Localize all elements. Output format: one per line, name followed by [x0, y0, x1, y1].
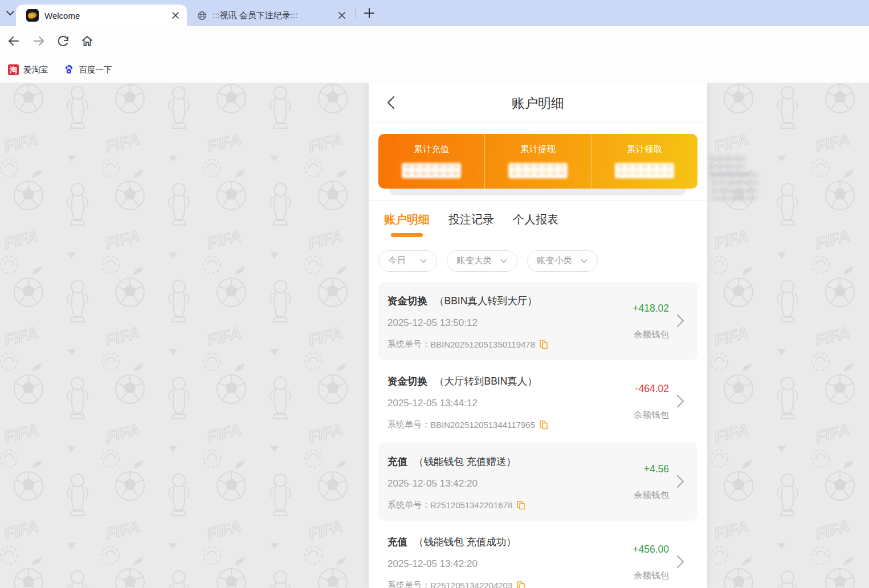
- total-claimed: 累计领取: [591, 134, 697, 189]
- tab-title: Welcome: [44, 11, 171, 21]
- total-label: 累计充值: [414, 144, 449, 156]
- bookmark-taobao[interactable]: 淘 爱淘宝: [8, 64, 48, 75]
- tab-account-detail[interactable]: 账户明细: [384, 212, 430, 227]
- blurred-total-value: [615, 163, 674, 178]
- filter-major-category-dropdown[interactable]: 账变大类: [447, 250, 517, 272]
- transaction-order-row: 系统单号：BBIN202512051344117965: [387, 419, 548, 430]
- tab-strip: Welcome :::视讯 会员下注纪录:::: [0, 0, 869, 26]
- total-withdraw: 累计提现: [484, 134, 591, 189]
- order-no-label: 系统单号：: [387, 580, 430, 588]
- tab-close-icon[interactable]: [171, 11, 180, 20]
- browser-toolbar: 175616.cc/reports/index: [0, 26, 869, 56]
- tab-title: :::视讯 会员下注纪录:::: [213, 10, 337, 21]
- copy-icon[interactable]: [540, 420, 548, 430]
- transaction-detail: （大厅转到BBIN真人）: [434, 374, 537, 388]
- chevron-right-icon: [676, 474, 685, 489]
- transaction-amount: +418.02: [633, 303, 669, 315]
- transaction-detail: （钱能钱包 充值成功）: [414, 535, 516, 549]
- site-favicon-icon: [26, 9, 39, 22]
- taobao-icon: 淘: [8, 64, 19, 75]
- tab-close-icon[interactable]: [337, 11, 346, 20]
- blurred-total-value: [508, 163, 568, 178]
- transaction-order-row: 系统单号：R2512051342201678: [387, 500, 525, 511]
- total-deposit: 累计充值: [378, 134, 484, 189]
- report-tabs: 账户明细 投注记录 个人报表: [369, 201, 707, 239]
- bookmarks-bar: 淘 爱淘宝 百度一下: [0, 56, 869, 83]
- copy-icon[interactable]: [517, 581, 525, 588]
- order-no-value: BBIN202512051344117965: [430, 420, 535, 430]
- globe-icon: [197, 11, 207, 21]
- total-label: 累计提现: [520, 144, 556, 156]
- copy-icon[interactable]: [540, 340, 548, 349]
- transaction-row[interactable]: 资金切换 （大厅转到BBIN真人） 2025-12-05 13:44:12 系统…: [378, 362, 697, 440]
- browser-window: Welcome :::视讯 会员下注纪录:::: [0, 0, 869, 588]
- transaction-row[interactable]: 充值 （钱能钱包 充值赠送） 2025-12-05 13:42:20 系统单号：…: [378, 443, 697, 521]
- reload-button[interactable]: [56, 34, 70, 48]
- tab-bet-records[interactable]: 投注记录: [448, 212, 494, 227]
- totals-card: 累计充值 累计提现 累计领取: [378, 134, 697, 189]
- order-no-value: BBIN202512051350119478: [430, 340, 535, 349]
- tab-divider: [356, 8, 356, 18]
- bookmark-baidu[interactable]: 百度一下: [63, 64, 112, 75]
- page-title: 账户明细: [369, 95, 707, 112]
- transaction-type: 充值: [387, 535, 407, 549]
- chevron-down-icon: [500, 257, 508, 265]
- order-no-value: R2512051342204203: [430, 581, 512, 588]
- browser-tab-welcome[interactable]: Welcome: [16, 5, 187, 26]
- tab-personal-report[interactable]: 个人报表: [513, 212, 558, 227]
- filter-label: 账变大类: [456, 255, 492, 267]
- transaction-datetime: 2025-12-05 13:44:12: [387, 398, 478, 409]
- transaction-type: 充值: [387, 455, 407, 468]
- wallet-label: 余额钱包: [634, 329, 669, 341]
- transaction-type: 资金切换: [387, 294, 427, 308]
- filter-label: 账变小类: [537, 255, 572, 267]
- order-no-label: 系统单号：: [387, 339, 430, 350]
- transaction-amount: -464.02: [635, 383, 669, 395]
- order-no-value: R2512051342201678: [430, 500, 512, 510]
- blurred-total-value: [402, 163, 461, 178]
- summary-section: 累计充值 累计提现 累计领取: [369, 122, 707, 201]
- panel-header: 账户明细: [369, 83, 707, 122]
- transaction-row[interactable]: 充值 （钱能钱包 充值成功） 2025-12-05 13:42:20 系统单号：…: [378, 523, 697, 588]
- chevron-down-icon: [580, 257, 588, 265]
- baidu-icon: [63, 64, 75, 75]
- transaction-amount: +4.56: [644, 463, 669, 475]
- chevron-right-icon: [676, 313, 685, 328]
- transaction-datetime: 2025-12-05 13:50:12: [387, 317, 478, 329]
- forward-button[interactable]: [32, 34, 46, 48]
- filter-date-dropdown[interactable]: 今日: [378, 250, 437, 272]
- chevron-down-icon: [419, 257, 427, 265]
- account-detail-panel: 账户明细 累计充值 累计提现 累计领取: [369, 83, 707, 588]
- bookmark-label: 百度一下: [79, 64, 112, 75]
- transaction-datetime: 2025-12-05 13:42:20: [387, 558, 478, 570]
- card-shadow-layer: [390, 189, 686, 195]
- bookmark-label: 爱淘宝: [23, 64, 48, 75]
- chevron-right-icon: [676, 394, 685, 409]
- order-no-label: 系统单号：: [387, 419, 430, 430]
- order-no-label: 系统单号：: [387, 500, 430, 511]
- transaction-row[interactable]: 资金切换 （BBIN真人转到大厅） 2025-12-05 13:50:12 系统…: [378, 282, 697, 360]
- new-tab-button[interactable]: [362, 6, 376, 20]
- filter-minor-category-dropdown[interactable]: 账变小类: [527, 250, 598, 272]
- copy-icon[interactable]: [517, 501, 525, 510]
- back-button[interactable]: [7, 34, 21, 48]
- transaction-detail: （钱能钱包 充值赠送）: [414, 455, 516, 468]
- chevron-right-icon: [676, 554, 685, 569]
- wallet-label: 余额钱包: [634, 570, 669, 582]
- tab-search-chevron-icon[interactable]: [5, 7, 16, 19]
- total-label: 累计领取: [627, 144, 662, 156]
- home-button[interactable]: [80, 34, 94, 48]
- browser-tab-records[interactable]: :::视讯 会员下注纪录:::: [189, 5, 353, 26]
- filter-label: 今日: [388, 255, 406, 267]
- wallet-label: 余额钱包: [634, 409, 669, 421]
- filters-row: 今日 账变大类 账变小类: [369, 239, 707, 282]
- transaction-list: 资金切换 （BBIN真人转到大厅） 2025-12-05 13:50:12 系统…: [369, 282, 707, 588]
- transaction-order-row: 系统单号：BBIN202512051350119478: [387, 339, 548, 350]
- transaction-type: 资金切换: [387, 374, 427, 388]
- transaction-detail: （BBIN真人转到大厅）: [434, 294, 537, 308]
- wallet-label: 余额钱包: [634, 489, 669, 501]
- blurred-widget: [711, 171, 758, 201]
- transaction-order-row: 系统单号：R2512051342204203: [387, 580, 525, 588]
- transaction-amount: +456.00: [633, 544, 669, 556]
- transaction-datetime: 2025-12-05 13:42:20: [387, 478, 478, 489]
